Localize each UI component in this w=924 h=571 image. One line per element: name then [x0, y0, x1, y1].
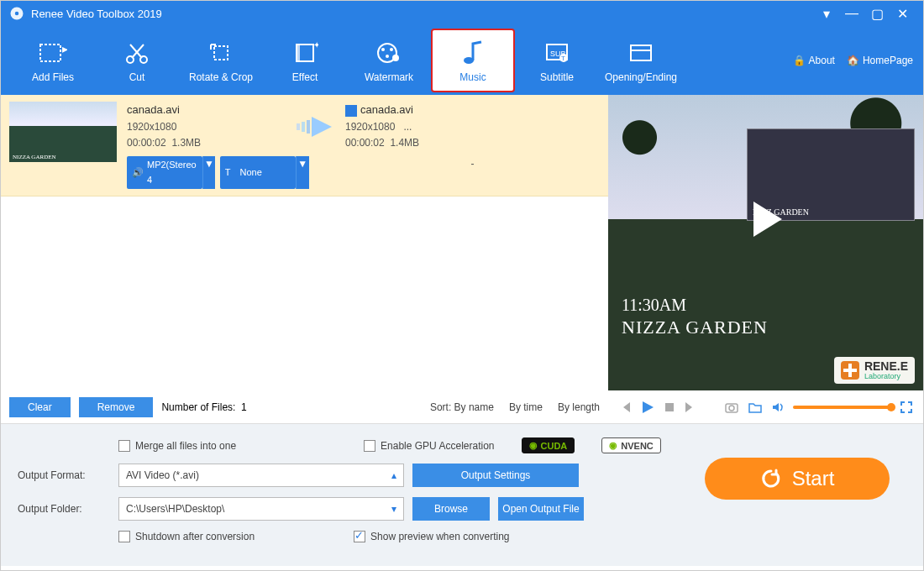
main-toolbar: ▸ Add Files Cut Rotate & Crop ✦ Effect W… — [1, 26, 923, 95]
open-folder-icon[interactable] — [748, 401, 763, 414]
input-size: 1.3MB — [171, 137, 201, 149]
svg-text:T: T — [561, 55, 565, 62]
tool-effect[interactable]: ✦ Effect — [263, 33, 347, 88]
svg-rect-6 — [214, 46, 228, 60]
tool-opening-ending[interactable]: Opening/Ending — [599, 33, 683, 88]
about-link[interactable]: 🔒About — [793, 55, 835, 66]
close-button[interactable]: ✕ — [890, 6, 915, 22]
gpu-checkbox[interactable]: Enable GPU Acceleration — [364, 440, 494, 452]
sort-label: Sort: By name — [430, 401, 494, 413]
output-folder-select[interactable]: C:\Users\HP\Desktop\ ▾ — [118, 497, 404, 521]
fullscreen-button[interactable] — [900, 401, 913, 414]
stop-button[interactable] — [664, 401, 675, 413]
shutdown-checkbox[interactable]: Shutdown after conversion — [118, 531, 255, 542]
audio-codec-label: MP2(Stereo 4 — [147, 158, 197, 187]
input-file-info: canada.avi 1920x1080 00:00:02 1.3MB 🔊MP2… — [127, 102, 286, 189]
homepage-label: HomePage — [863, 55, 913, 66]
video-thumbnail: NIZZA GARDEN — [9, 102, 117, 162]
svg-point-1 — [15, 12, 19, 16]
tool-label: Subtitle — [515, 71, 599, 83]
nvenc-badge: ◉NVENC — [601, 437, 661, 453]
audio-codec-tag[interactable]: 🔊MP2(Stereo 4 — [127, 156, 202, 189]
preview-time-overlay: 11:30AM — [622, 296, 686, 315]
svg-rect-26 — [665, 403, 674, 411]
next-button[interactable] — [684, 401, 697, 414]
svg-text:✦: ✦ — [313, 41, 318, 50]
arrow-icon — [286, 115, 345, 139]
app-logo-icon — [9, 6, 24, 21]
maximize-button[interactable]: ▢ — [864, 6, 890, 22]
chevron-up-icon: ▴ — [391, 469, 396, 481]
file-row[interactable]: NIZZA GARDEN canada.avi 1920x1080 00:00:… — [1, 95, 608, 196]
tool-cut[interactable]: Cut — [95, 33, 179, 88]
browse-button[interactable]: Browse — [412, 497, 490, 521]
tool-label: Watermark — [347, 71, 431, 83]
output-ext: ... — [403, 121, 412, 133]
remove-button[interactable]: Remove — [79, 397, 154, 417]
output-filename: canada.avi — [360, 103, 413, 116]
show-preview-label: Show preview when converting — [370, 531, 509, 542]
svg-rect-20 — [631, 45, 651, 60]
homepage-link[interactable]: 🏠HomePage — [847, 55, 913, 66]
thumb-overlay-text: NIZZA GARDEN — [13, 154, 56, 160]
svg-rect-2 — [40, 45, 60, 61]
input-filename: canada.avi — [127, 102, 286, 119]
output-format-select[interactable]: AVI Video (*.avi) ▴ — [118, 464, 404, 487]
bottom-panel: Merge all files into one Enable GPU Acce… — [1, 424, 923, 566]
file-list: NIZZA GARDEN canada.avi 1920x1080 00:00:… — [1, 95, 608, 390]
dropdown-icon[interactable]: ▾ — [814, 6, 839, 22]
svg-rect-23 — [302, 122, 305, 132]
show-preview-checkbox[interactable]: Show preview when converting — [354, 531, 509, 542]
gpu-label: Enable GPU Acceleration — [381, 440, 494, 452]
title-bar: Renee Video Toolbox 2019 ▾ ― ▢ ✕ — [1, 1, 923, 26]
tool-rotate-crop[interactable]: Rotate & Crop — [179, 33, 263, 88]
list-action-bar: Clear Remove Number of Files: 1 Sort: By… — [1, 390, 608, 424]
file-count-label: Number of Files: 1 — [161, 401, 246, 413]
output-dash: - — [345, 156, 600, 172]
subtitle-t-icon: T — [225, 165, 231, 181]
output-settings-button[interactable]: Output Settings — [412, 464, 579, 487]
music-icon — [433, 38, 513, 68]
sort-by-time[interactable]: By time — [509, 401, 543, 413]
scissors-icon — [95, 38, 179, 68]
start-button[interactable]: Start — [705, 458, 890, 500]
volume-slider[interactable] — [793, 406, 891, 409]
audio-codec-dropdown[interactable]: ▼ — [202, 156, 215, 189]
subtitle-tag[interactable]: T None — [220, 156, 296, 189]
clear-button[interactable]: Clear — [9, 397, 71, 417]
tool-subtitle[interactable]: SUBT Subtitle — [515, 33, 599, 88]
play-overlay-icon[interactable] — [743, 196, 789, 242]
brand-cross-icon — [841, 361, 859, 380]
open-output-button[interactable]: Open Output File — [498, 497, 584, 521]
minimize-button[interactable]: ― — [839, 6, 864, 21]
file-count: 1 — [241, 401, 247, 413]
start-label: Start — [792, 467, 835, 490]
sort-by-name[interactable]: By name — [454, 401, 494, 413]
merge-checkbox[interactable]: Merge all files into one — [118, 440, 236, 452]
video-preview[interactable]: NIZZ GARDEN 11:30AM NIZZA GARDEN RENE.E … — [608, 95, 923, 390]
play-button[interactable] — [640, 400, 655, 415]
tool-label: Add Files — [11, 71, 95, 83]
snapshot-button[interactable] — [724, 401, 739, 414]
svg-rect-8 — [297, 45, 300, 61]
tool-label: Effect — [263, 71, 347, 83]
crop-icon — [179, 38, 263, 68]
svg-point-28 — [729, 406, 734, 411]
prev-button[interactable] — [618, 401, 632, 414]
brand-sub: Laboratory — [864, 372, 908, 380]
sort-by-length[interactable]: By length — [558, 401, 600, 413]
tool-music[interactable]: Music — [431, 29, 515, 92]
subtitle-icon: SUBT — [515, 38, 599, 68]
svg-point-12 — [390, 48, 393, 51]
output-folder-value: C:\Users\HP\Desktop\ — [126, 503, 224, 515]
subtitle-dropdown[interactable]: ▼ — [296, 156, 309, 189]
lock-icon: 🔒 — [793, 55, 806, 66]
svg-point-13 — [386, 55, 389, 58]
tool-add-files[interactable]: ▸ Add Files — [11, 33, 95, 88]
volume-icon[interactable] — [771, 401, 785, 414]
tool-watermark[interactable]: Watermark — [347, 33, 431, 88]
svg-point-14 — [392, 55, 399, 61]
output-file-info: canada.avi 1920x1080 ... 00:00:02 1.4MB … — [345, 102, 600, 172]
opening-ending-icon — [599, 38, 683, 68]
edit-icon[interactable] — [345, 105, 357, 117]
